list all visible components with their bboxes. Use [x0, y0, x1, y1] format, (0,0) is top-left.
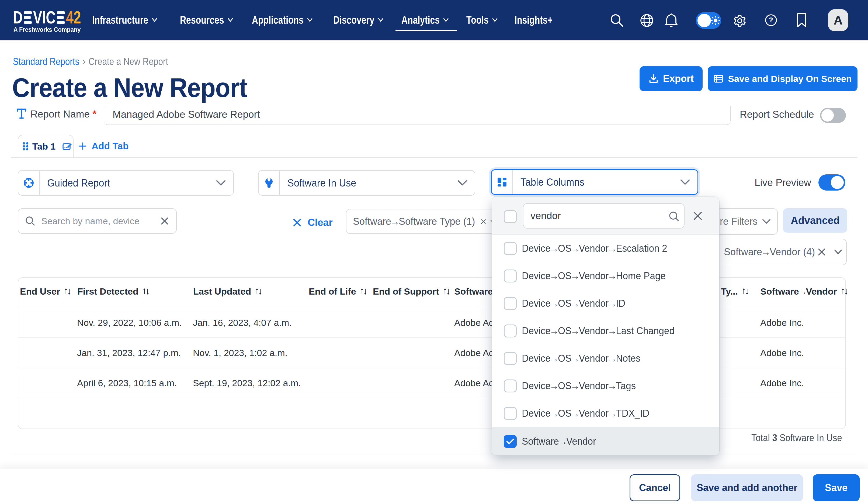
svg-text:?: ? — [769, 16, 773, 24]
